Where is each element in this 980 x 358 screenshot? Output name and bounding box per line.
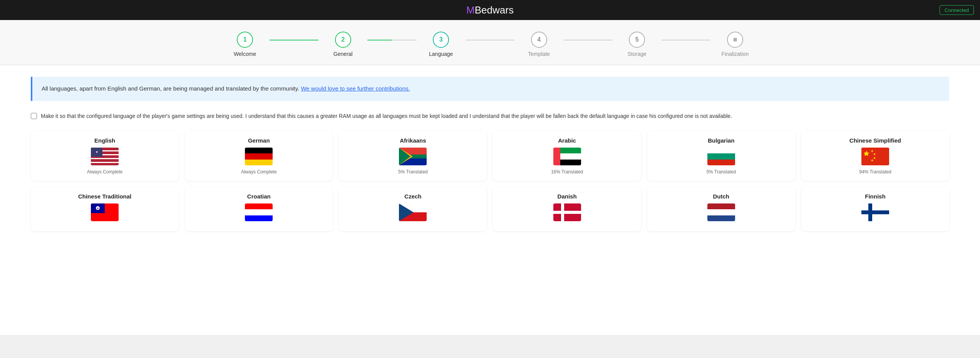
flag-arabic [553,148,581,165]
progress-stepper: 1 Welcome 2 General 3 Language 4 Templat… [221,32,760,57]
svg-rect-6 [91,162,119,164]
step-circle-3: 3 [433,32,449,48]
stepper-section: 1 Welcome 2 General 3 Language 4 Templat… [0,20,980,65]
lang-status-bulgarian: 5% Translated [706,169,736,175]
lang-status-german: Always Complete [241,169,277,175]
connector-2-3 [367,40,416,40]
lang-name-dutch: Dutch [713,193,729,200]
step-welcome: 1 Welcome [221,32,270,57]
svg-rect-5 [91,160,119,161]
svg-text:★★★: ★★★ [92,151,101,155]
svg-rect-2 [91,151,119,153]
info-text: All languages, apart from English and Ge… [42,84,940,93]
lang-card-afrikaans[interactable]: Afrikaans 5% Translated [339,131,487,181]
svg-text:☀: ☀ [96,207,99,210]
svg-rect-3 [91,154,119,156]
multi-language-option: Make it so that the configured language … [31,112,949,120]
connector-5-6 [662,40,710,40]
lang-card-arabic[interactable]: Arabic 16% Translated [493,131,641,181]
flag-dutch [707,203,735,221]
lang-card-czech[interactable]: Czech [339,187,487,231]
svg-rect-19 [560,160,581,165]
step-label-template: Template [528,51,550,57]
connection-status: Connected [940,5,974,15]
lang-card-chinese-simplified[interactable]: Chinese Simplified ★ ★ ★ ★ ★ 94% Transla… [801,131,949,181]
step-label-general: General [333,51,353,57]
language-grid: English ★★★ ★★ Always Complete G [31,131,949,231]
svg-rect-18 [560,148,581,153]
svg-text:★: ★ [863,150,869,158]
lang-name-english: English [94,137,115,144]
step-circle-2: 2 [335,32,351,48]
lang-card-finnish[interactable]: Finnish [801,187,949,231]
step-circle-5: 5 [629,32,645,48]
lang-status-arabic: 16% Translated [551,169,583,175]
step-storage: 5 Storage [613,32,662,57]
svg-rect-17 [553,148,560,165]
lang-status-afrikaans: 5% Translated [398,169,428,175]
title-rest: Bedwars [475,4,514,16]
step-label-finalization: Finalization [721,51,749,57]
lang-name-afrikaans: Afrikaans [400,137,426,144]
app-title: MBedwars [466,4,514,16]
svg-rect-7 [91,148,102,157]
multi-language-checkbox[interactable] [31,113,37,119]
flag-chinese-traditional: ☀ [91,203,119,221]
flag-german [245,148,273,165]
title-m: M [466,4,475,16]
step-label-welcome: Welcome [234,51,256,57]
connector-1-2 [270,40,318,40]
step-language: 3 Language [417,32,466,57]
step-template: 4 Template [514,32,563,57]
lang-card-english[interactable]: English ★★★ ★★ Always Complete [31,131,179,181]
flag-bulgarian [707,148,735,165]
lang-card-danish[interactable]: Danish [493,187,641,231]
flag-danish [553,203,581,221]
lang-name-german: German [248,137,270,144]
lang-name-chinese-traditional: Chinese Traditional [78,193,131,200]
flag-croatian [245,203,273,221]
flag-chinese-simplified: ★ ★ ★ ★ ★ [861,148,889,165]
page-content: All languages, apart from English and Ge… [0,65,980,335]
svg-rect-4 [91,157,119,158]
lang-card-bulgarian[interactable]: Bulgarian 5% Translated [647,131,795,181]
step-circle-6: ⊞ [727,32,743,48]
lang-name-finnish: Finnish [865,193,885,200]
lang-status-english: Always Complete [87,169,123,175]
info-banner: All languages, apart from English and Ge… [31,77,949,101]
contribution-link[interactable]: We would love to see further contributio… [301,85,410,92]
flag-afrikaans [399,148,427,165]
svg-text:★: ★ [873,152,876,156]
lang-name-danish: Danish [558,193,577,200]
connector-3-4 [466,40,514,40]
multi-language-label: Make it so that the configured language … [41,112,732,120]
lang-name-croatian: Croatian [247,193,271,200]
lang-card-dutch[interactable]: Dutch [647,187,795,231]
lang-status-chinese-simplified: 94% Translated [859,169,891,175]
lang-name-czech: Czech [404,193,421,200]
svg-rect-1 [91,149,119,150]
step-label-storage: Storage [628,51,647,57]
step-circle-4: 4 [531,32,547,48]
flag-english: ★★★ ★★ [91,148,119,165]
svg-rect-36 [553,211,581,214]
lang-card-chinese-traditional[interactable]: Chinese Traditional ☀ [31,187,179,231]
step-circle-1: 1 [237,32,253,48]
lang-name-bulgarian: Bulgarian [708,137,734,144]
app-header: MBedwars Connected [0,0,980,20]
step-general: 2 General [318,32,367,57]
svg-rect-39 [861,210,889,214]
lang-name-arabic: Arabic [558,137,576,144]
svg-text:★: ★ [871,158,874,162]
flag-finnish [861,203,889,221]
lang-card-german[interactable]: German Always Complete [185,131,333,181]
svg-text:★★: ★★ [93,154,99,158]
step-finalization: ⊞ Finalization [710,32,759,57]
step-label-language: Language [429,51,453,57]
svg-rect-0 [91,148,119,165]
lang-name-chinese-simplified: Chinese Simplified [849,137,901,144]
flag-czech [399,203,427,221]
connector-4-5 [563,40,612,40]
lang-card-croatian[interactable]: Croatian [185,187,333,231]
